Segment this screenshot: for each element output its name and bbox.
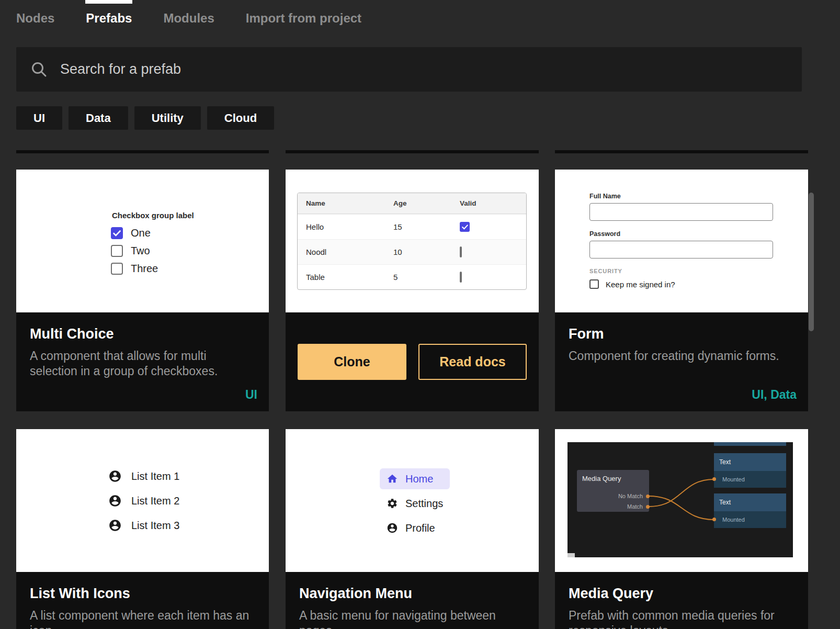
input-port-dot [712, 518, 716, 521]
table-cell-age: 5 [393, 273, 460, 282]
full-name-input [589, 203, 773, 221]
editor-corner-widget [567, 553, 575, 557]
checkbox-option-label: Two [131, 245, 150, 257]
tab-prefabs[interactable]: Prefabs [86, 0, 132, 37]
list-item-label: List Item 1 [131, 470, 179, 482]
nav-item-label: Profile [405, 522, 435, 534]
card-info: Navigation Menu A basic menu for navigat… [286, 572, 539, 629]
output-port-dot [646, 495, 650, 498]
node-input-mounted: Mounted [714, 511, 786, 528]
checkbox-group-label: Checkbox group label [112, 211, 194, 220]
tab-import-from-project[interactable]: Import from project [246, 0, 361, 37]
person-circle-icon [387, 522, 398, 534]
keep-signed-in-row: Keep me signed in? [589, 279, 773, 289]
list-item: List Item 3 [108, 517, 179, 534]
card-description: Prefab with common media queries for res… [569, 608, 794, 629]
list-item: List Item 1 [108, 468, 179, 485]
prefab-card-multi-choice[interactable]: Checkbox group label One Two Three Multi… [16, 170, 269, 411]
cut-off-node [714, 442, 786, 446]
checkbox-checked-icon [111, 227, 123, 239]
list-item-label: List Item 2 [131, 495, 179, 507]
checkbox-unchecked-icon [460, 246, 462, 257]
nav-item-label: Settings [405, 498, 443, 510]
read-docs-button[interactable]: Read docs [418, 344, 527, 380]
text-node: Text Mounted [714, 493, 786, 528]
search-input[interactable] [60, 61, 788, 77]
card-tags: UI [245, 388, 257, 402]
checkbox-unchecked-icon [111, 263, 123, 275]
person-circle-icon [108, 519, 122, 532]
tab-nodes[interactable]: Nodes [16, 0, 54, 37]
checkbox-unchecked-icon [111, 245, 123, 257]
table-cell-valid [460, 222, 525, 232]
prefab-card-form[interactable]: Full Name Password SECURITY Keep me sign… [555, 170, 808, 411]
card-title: Multi Choice [30, 326, 255, 342]
tab-modules[interactable]: Modules [163, 0, 214, 37]
nav-item-home: Home [380, 468, 450, 489]
nav-item-profile: Profile [380, 518, 450, 538]
filter-chip-ui[interactable]: UI [16, 106, 62, 130]
prefab-card-list-with-icons[interactable]: List Item 1 List Item 2 List Item 3 List… [16, 429, 269, 629]
table-cell-age: 15 [393, 222, 460, 231]
card-description: Component for creating dynamic forms. [569, 349, 794, 364]
card-stub [555, 150, 808, 153]
form-preview: Full Name Password SECURITY Keep me sign… [555, 170, 808, 312]
node-title: Media Query [577, 470, 649, 482]
list-item-label: List Item 3 [131, 520, 179, 532]
filter-chips: UI Data Utility Cloud [16, 106, 274, 130]
card-info: Media Query Prefab with common media que… [555, 572, 808, 629]
table-cell-valid [460, 273, 525, 282]
table-cell-name: Hello [298, 222, 393, 231]
node-title: Text [714, 453, 786, 471]
card-title: List With Icons [30, 586, 255, 602]
card-info: Form Component for creating dynamic form… [555, 312, 808, 411]
prefab-card-navigation-menu[interactable]: Home Settings Profile Navigation Menu A … [286, 429, 539, 629]
card-info: Multi Choice A component that allows for… [16, 312, 269, 411]
node-input-mounted: Mounted [714, 471, 786, 488]
table-header-valid: Valid [460, 199, 525, 207]
prefab-card-media-query[interactable]: Media Query No Match Match Text Mounted … [555, 429, 808, 629]
card-stub [16, 150, 269, 153]
filter-chip-cloud[interactable]: Cloud [207, 106, 274, 130]
output-port-dot [646, 505, 650, 509]
table-cell-name: Table [298, 273, 393, 282]
node-output-no-match: No Match [618, 493, 643, 499]
table-cell-name: Noodl [298, 248, 393, 256]
tab-bar: Nodes Prefabs Modules Import from projec… [16, 0, 393, 37]
clone-button[interactable]: Clone [298, 344, 406, 380]
filter-chip-utility[interactable]: Utility [134, 106, 201, 130]
card-tags: UI, Data [752, 388, 797, 402]
input-port-dot [712, 477, 716, 481]
text-node: Text Mounted [714, 453, 786, 488]
table-row: Noodl 10 [298, 239, 526, 264]
card-title: Media Query [569, 586, 794, 602]
card-info: List With Icons A list component where e… [16, 572, 269, 629]
checkbox-row: One [111, 227, 194, 239]
list-item: List Item 2 [108, 492, 179, 509]
preview-table: Name Age Valid Hello 15 Noodl 10 [297, 193, 527, 290]
search-icon [30, 60, 49, 79]
search-bar[interactable] [16, 47, 802, 92]
table-header-row: Name Age Valid [298, 193, 526, 214]
table-header-name: Name [298, 199, 393, 207]
form-section-label: SECURITY [589, 268, 773, 274]
checkbox-unchecked-icon [589, 279, 599, 289]
prefab-card-table[interactable]: Name Age Valid Hello 15 Noodl 10 [286, 170, 539, 411]
multi-choice-preview: Checkbox group label One Two Three [16, 170, 269, 312]
table-row: Table 5 [298, 264, 526, 289]
nav-item-settings: Settings [380, 493, 450, 514]
card-description: A component that allows for multi select… [30, 349, 255, 379]
checkbox-checked-icon [460, 222, 470, 232]
table-header-age: Age [393, 199, 460, 207]
navigation-menu-preview: Home Settings Profile [286, 429, 539, 572]
filter-chip-data[interactable]: Data [69, 106, 128, 130]
scrollbar-thumb[interactable] [809, 193, 814, 331]
node-editor-screenshot: Media Query No Match Match Text Mounted … [567, 442, 793, 557]
gear-icon [387, 498, 398, 509]
media-query-node: Media Query No Match Match [577, 470, 649, 512]
table-cell-valid [460, 248, 525, 256]
password-input [589, 241, 773, 259]
checkbox-row: Two [111, 245, 194, 257]
table-cell-age: 10 [393, 248, 460, 256]
card-title: Form [569, 326, 794, 342]
